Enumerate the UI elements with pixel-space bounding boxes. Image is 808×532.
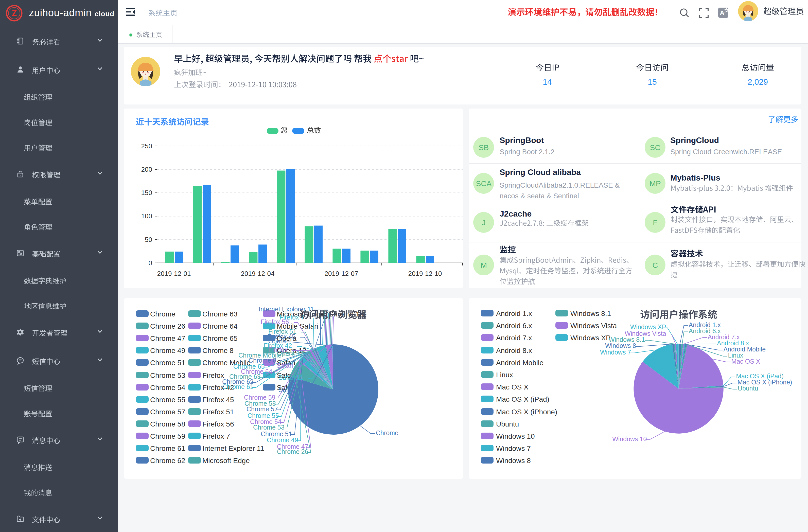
svg-text:50: 50 <box>145 236 152 243</box>
svg-text:150: 150 <box>141 189 152 196</box>
svg-text:2019-12-04: 2019-12-04 <box>241 270 275 277</box>
svg-text:2019-12-10: 2019-12-10 <box>408 270 442 277</box>
svg-text:2019-12-07: 2019-12-07 <box>325 270 359 277</box>
svg-text:200: 200 <box>141 165 152 173</box>
svg-text:250: 250 <box>141 142 152 150</box>
svg-text:0: 0 <box>149 259 152 267</box>
svg-text:100: 100 <box>141 212 152 220</box>
svg-text:2019-12-01: 2019-12-01 <box>157 270 191 277</box>
